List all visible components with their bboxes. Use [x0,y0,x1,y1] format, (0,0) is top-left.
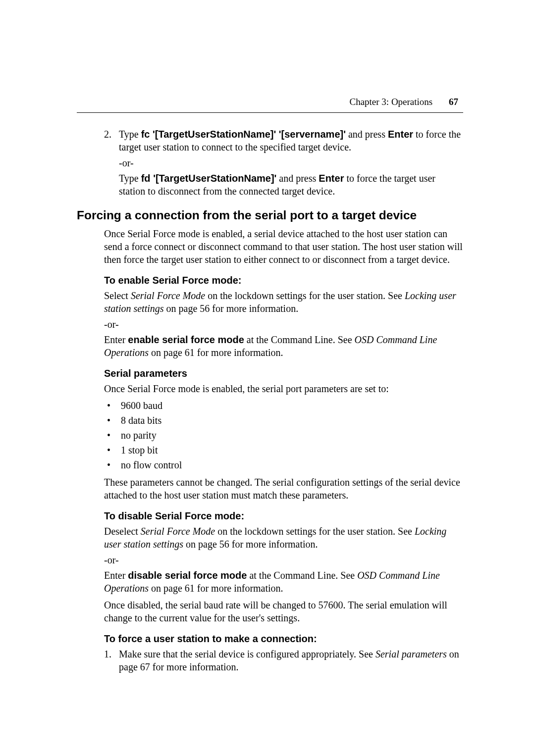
page: Chapter 3: Operations 67 2. Type fc '[Ta… [0,0,535,673]
header-rule [77,112,463,113]
disable-heading: To disable Serial Force mode: [104,510,463,522]
list-item: 9600 baud [104,399,463,412]
step-block: 2. Type fc '[TargetUserStationName]' '[s… [104,128,463,198]
page-number: 67 [449,97,458,107]
list-item: 8 data bits [104,414,463,427]
serial-after: These parameters cannot be changed. The … [104,476,463,502]
ordered-step-1: 1. Make sure that the serial device is c… [104,648,463,673]
command-fc: fc '[TargetUserStationName]' '[servernam… [141,129,346,140]
section-heading: Forcing a connection from the serial por… [77,208,463,222]
serial-params-list: 9600 baud 8 data bits no parity 1 stop b… [104,399,463,472]
step-number: 1. [104,648,119,673]
serial-intro: Once Serial Force mode is enabled, the s… [104,382,463,395]
intro-paragraph: Once Serial Force mode is enabled, a ser… [104,227,463,266]
or-text: -or- [104,319,463,330]
force-heading: To force a user station to make a connec… [104,633,463,645]
disable-p3: Once disabled, the serial baud rate will… [104,599,463,624]
command-disable: disable serial force mode [128,570,247,581]
page-header: Chapter 3: Operations 67 [77,97,463,107]
step-number: 2. [104,128,119,153]
list-item: 1 stop bit [104,444,463,457]
or-text: -or- [119,157,463,169]
disable-p1: Deselect Serial Force Mode on the lockdo… [104,525,463,551]
step-text: Type fc '[TargetUserStationName]' '[serv… [119,128,463,153]
section-body: Once Serial Force mode is enabled, a ser… [104,227,463,673]
key-enter: Enter [388,129,413,140]
serial-params-heading: Serial parameters [104,368,463,379]
enable-p2: Enter enable serial force mode at the Co… [104,333,463,359]
or-text: -or- [104,554,463,566]
key-enter: Enter [319,173,344,184]
list-item: no flow control [104,458,463,472]
list-item: no parity [104,429,463,442]
command-fd: fd '[TargetUserStationName]' [141,173,277,184]
step-text-alt: Type fd '[TargetUserStationName]' and pr… [119,172,463,198]
enable-p1: Select Serial Force Mode on the lockdown… [104,289,463,315]
command-enable: enable serial force mode [128,334,244,345]
step-text: Make sure that the serial device is conf… [119,648,463,673]
enable-heading: To enable Serial Force mode: [104,275,463,286]
ordered-step-2: 2. Type fc '[TargetUserStationName]' '[s… [104,128,463,153]
chapter-label: Chapter 3: Operations [349,97,432,107]
disable-p2: Enter disable serial force mode at the C… [104,569,463,595]
